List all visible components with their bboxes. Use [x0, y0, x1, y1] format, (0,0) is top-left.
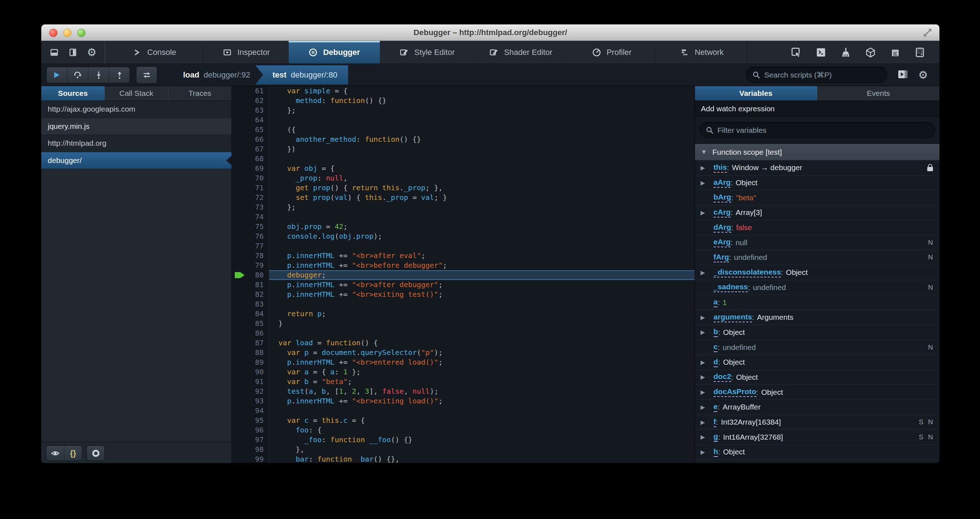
line-number-gutter[interactable]: 88 [232, 348, 269, 358]
line-number-gutter[interactable]: 72 [232, 193, 269, 202]
pause-on-exceptions-button[interactable] [86, 446, 105, 461]
line-number-gutter[interactable]: 91 [232, 377, 269, 387]
expand-arrow-icon[interactable]: ▶ [701, 180, 714, 186]
line-number-gutter[interactable]: 78 [232, 251, 269, 261]
source-editor[interactable]: 61 var simple = {62 method: function() {… [232, 86, 695, 463]
scratchpad-icon[interactable] [889, 47, 901, 58]
variable-row-d[interactable]: ▶d:Object [695, 355, 939, 370]
line-number-gutter[interactable]: 76 [232, 231, 269, 241]
debugger-options-gear-icon[interactable]: ⚙ [918, 70, 928, 80]
line-number-gutter[interactable]: 97 [232, 435, 269, 445]
line-number-gutter[interactable]: 80 [232, 270, 269, 280]
expand-arrow-icon[interactable]: ▶ [701, 329, 714, 336]
line-number-gutter[interactable]: 93 [232, 396, 269, 406]
line-number-gutter[interactable]: 73 [232, 202, 269, 212]
line-number-gutter[interactable]: 96 [232, 425, 269, 435]
expand-arrow-icon[interactable]: ▶ [701, 359, 714, 366]
tab-events[interactable]: Events [818, 86, 939, 100]
line-number-gutter[interactable]: 62 [232, 96, 269, 105]
close-window-button[interactable] [49, 29, 57, 37]
variable-row-arguments[interactable]: ▶arguments:Arguments [695, 310, 939, 325]
tab-variables[interactable]: Variables [695, 86, 818, 100]
line-number-gutter[interactable]: 89 [232, 358, 269, 367]
expand-arrow-icon[interactable]: ▶ [701, 389, 714, 396]
pick-element-icon[interactable] [791, 47, 802, 58]
breadcrumb-frame-load[interactable]: load debugger/:92 [183, 70, 250, 80]
variable-row-f[interactable]: ▶f:Int32Array[16384]SN [695, 415, 939, 430]
breadcrumb-frame-test-active[interactable]: test debugger/:80 [255, 65, 348, 85]
line-number-gutter[interactable]: 81 [232, 280, 269, 290]
variable-row-eArg[interactable]: eArg:nullN [695, 235, 939, 250]
line-number-gutter[interactable]: 90 [232, 367, 269, 377]
tab-network[interactable]: Network [656, 41, 748, 64]
tab-call-stack[interactable]: Call Stack [105, 86, 169, 100]
line-number-gutter[interactable]: 64 [232, 115, 269, 125]
line-number-gutter[interactable]: 63 [232, 105, 269, 115]
gear-button[interactable]: ⚙ [86, 46, 98, 59]
line-number-gutter[interactable]: 71 [232, 183, 269, 193]
paintbrush-icon[interactable] [840, 47, 851, 58]
prettify-source-button[interactable]: {} [64, 446, 82, 460]
expand-arrow-icon[interactable]: ▶ [701, 164, 714, 171]
line-number-gutter[interactable]: 82 [232, 290, 269, 299]
tab-style-editor[interactable]: Style Editor [380, 41, 474, 64]
expand-arrow-icon[interactable]: ▶ [701, 449, 714, 455]
split-console-icon[interactable] [815, 47, 827, 58]
line-number-gutter[interactable]: 70 [232, 174, 269, 183]
expand-arrow-icon[interactable]: ▶ [701, 314, 714, 321]
step-into-button[interactable] [88, 67, 109, 83]
search-scripts-input[interactable] [764, 70, 873, 80]
resize-diagonal-icon[interactable] [922, 27, 933, 38]
expand-arrow-icon[interactable]: ▶ [701, 374, 714, 380]
line-number-gutter[interactable]: 77 [232, 241, 269, 251]
variable-row-bArg[interactable]: bArg:"beta" [695, 190, 939, 205]
zoom-window-button[interactable] [77, 29, 86, 37]
tab-shader-editor[interactable]: Shader Editor [474, 41, 567, 64]
tilt-3d-icon[interactable] [865, 47, 876, 58]
variable-row-a[interactable]: a:1 [695, 295, 939, 310]
variable-row-fArg[interactable]: fArg:undefinedN [695, 250, 939, 265]
variable-row-_sadness[interactable]: _sadness:undefinedN [695, 280, 939, 295]
line-number-gutter[interactable]: 69 [232, 164, 269, 174]
tab-profiler[interactable]: Profiler [567, 41, 656, 64]
expand-arrow-icon[interactable]: ▶ [701, 404, 714, 411]
tab-debugger[interactable]: Debugger [289, 41, 380, 64]
source-item[interactable]: jquery.min.js [41, 118, 232, 135]
line-number-gutter[interactable]: 65 [232, 125, 269, 135]
source-item[interactable]: http://ajax.googleapis.com [41, 101, 232, 118]
toggle-black-box-button[interactable] [136, 67, 157, 84]
tab-sources[interactable]: Sources [41, 86, 105, 100]
variable-row-docAsProto[interactable]: ▶docAsProto:Object [695, 385, 939, 400]
expand-arrow-icon[interactable]: ▶ [701, 433, 714, 440]
function-scope-header[interactable]: ▼ Function scope [test] [695, 144, 939, 161]
line-number-gutter[interactable]: 86 [232, 328, 269, 338]
step-over-button[interactable] [67, 67, 88, 83]
step-out-button[interactable] [109, 67, 130, 83]
variable-row-dArg[interactable]: dArg:false [695, 220, 939, 236]
line-number-gutter[interactable]: 98 [232, 445, 269, 454]
variable-row-h[interactable]: ▶h:Object [695, 445, 939, 460]
line-number-gutter[interactable]: 85 [232, 319, 269, 328]
dock-bottom-button[interactable] [48, 46, 60, 59]
line-number-gutter[interactable]: 74 [232, 212, 269, 222]
variable-row-b[interactable]: ▶b:Object [695, 325, 939, 340]
dock-side-button[interactable] [67, 46, 79, 59]
line-number-gutter[interactable]: 94 [232, 406, 269, 416]
line-number-gutter[interactable]: 87 [232, 338, 269, 348]
variable-row-aArg[interactable]: ▶aArg:Object [695, 175, 939, 191]
variable-row-g[interactable]: ▶g:Int16Array[32768]SN [695, 430, 939, 445]
line-number-gutter[interactable]: 68 [232, 154, 269, 164]
variable-row-this[interactable]: ▶this:Window → debugger [695, 161, 939, 175]
add-watch-expression[interactable]: Add watch expression [695, 101, 939, 117]
line-number-gutter[interactable]: 84 [232, 309, 269, 319]
blackbox-source-eye-button[interactable] [46, 446, 64, 460]
tab-inspector[interactable]: Inspector [204, 41, 289, 64]
line-number-gutter[interactable]: 92 [232, 387, 269, 396]
line-number-gutter[interactable]: 99 [232, 454, 269, 463]
tab-console[interactable]: Console [105, 41, 204, 64]
line-number-gutter[interactable]: 67 [232, 144, 269, 154]
source-item[interactable]: http://htmlpad.org [41, 135, 232, 152]
resume-button[interactable] [47, 67, 67, 83]
variable-row-cArg[interactable]: ▶cArg:Array[3] [695, 205, 939, 220]
minimize-window-button[interactable] [63, 29, 72, 37]
